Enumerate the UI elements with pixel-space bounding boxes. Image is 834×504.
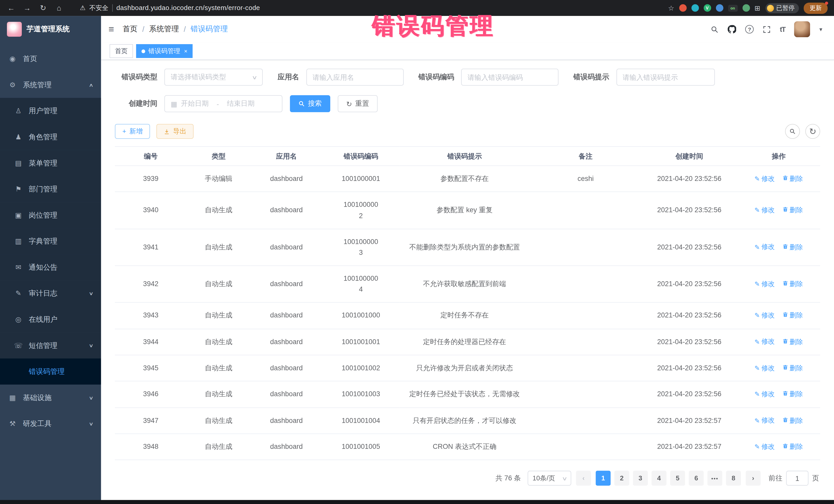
delete-link[interactable]: 删除: [782, 242, 803, 253]
extension-on-icon[interactable]: on: [728, 5, 738, 12]
search-icon[interactable]: [711, 25, 719, 33]
tab-error-code[interactable]: 错误码管理 ×: [136, 44, 193, 58]
sidebar-item-label: 审计日志: [29, 288, 58, 298]
extension-icon[interactable]: V: [703, 4, 711, 12]
trash-icon: [782, 205, 788, 216]
pager-page-5[interactable]: 5: [670, 471, 685, 486]
edit-link[interactable]: ✎修改: [754, 363, 775, 373]
sidebar-item-sms[interactable]: ☏短信管理∨: [0, 332, 101, 358]
edit-link[interactable]: ✎修改: [754, 415, 775, 426]
delete-link[interactable]: 删除: [782, 442, 803, 453]
pager-page-3[interactable]: 3: [633, 471, 648, 486]
help-icon[interactable]: ?: [745, 25, 754, 34]
caret-down-icon[interactable]: ▾: [819, 26, 822, 33]
pager-page-8[interactable]: 8: [726, 471, 741, 486]
sidebar-item-dept[interactable]: ⚑部门管理: [0, 176, 101, 202]
date-range-picker[interactable]: ▦ 开始日期 - 结束日期: [164, 95, 282, 112]
reload-icon[interactable]: ↻: [38, 4, 48, 12]
delete-link[interactable]: 删除: [782, 279, 803, 289]
export-button[interactable]: 导出: [156, 124, 194, 139]
bookmark-star-icon[interactable]: ☆: [668, 4, 674, 12]
roles-icon: ♟: [14, 133, 23, 141]
edit-link[interactable]: ✎修改: [754, 442, 775, 452]
update-button[interactable]: 更新: [804, 2, 828, 14]
home-icon[interactable]: ⌂: [54, 4, 64, 12]
sidebar-item-online[interactable]: ◎在线用户: [0, 306, 101, 333]
edit-link[interactable]: ✎修改: [754, 337, 775, 347]
extension-icon[interactable]: [679, 4, 686, 12]
page-size-select[interactable]: 10条/页 ∨: [528, 471, 571, 486]
cell-code: 1001000004: [322, 266, 399, 303]
column-header: 编号: [115, 147, 187, 166]
cell-code: 1001001005: [322, 434, 399, 460]
user-avatar[interactable]: [794, 21, 810, 37]
extension-icon[interactable]: [742, 4, 750, 12]
delete-link[interactable]: 删除: [782, 364, 803, 374]
show-search-button[interactable]: [785, 124, 800, 139]
hint-input[interactable]: [622, 73, 708, 81]
hamburger-icon[interactable]: ≡: [109, 24, 114, 35]
goto-page-input[interactable]: [786, 471, 808, 486]
sidebar-item-user[interactable]: ♙用户管理: [0, 98, 101, 124]
close-icon[interactable]: ×: [184, 48, 187, 54]
delete-link[interactable]: 删除: [782, 205, 803, 216]
reset-button[interactable]: ↻ 重置: [338, 95, 377, 112]
breadcrumb-item[interactable]: 系统管理: [149, 24, 179, 34]
refresh-button[interactable]: ↻: [805, 124, 820, 139]
sidebar-item-notice[interactable]: ✉通知公告: [0, 254, 101, 281]
delete-link[interactable]: 删除: [782, 174, 803, 184]
pager-page-1[interactable]: 1: [596, 471, 611, 486]
paused-badge[interactable]: 已暂停: [765, 3, 799, 13]
next-page-button[interactable]: ›: [746, 471, 761, 486]
prev-page-button[interactable]: ‹: [576, 471, 591, 486]
tab-home[interactable]: 首页: [110, 44, 133, 58]
sidebar-item-role[interactable]: ♟角色管理: [0, 124, 101, 150]
forward-icon[interactable]: →: [22, 4, 32, 12]
goto-page: 前往 页: [769, 471, 819, 486]
breadcrumb-item[interactable]: 首页: [123, 24, 137, 34]
breadcrumb-item: 错误码管理: [191, 24, 228, 34]
pager-page-2[interactable]: 2: [614, 471, 629, 486]
sidebar-item-errorcode[interactable]: 错误码管理: [0, 358, 101, 385]
code-input[interactable]: [467, 73, 552, 81]
sidebar-item-audit[interactable]: ✎审计日志∨: [0, 280, 101, 306]
pager-more-button[interactable]: •••: [707, 471, 722, 486]
github-icon[interactable]: [728, 25, 736, 34]
extensions-puzzle-icon[interactable]: ⊞: [754, 4, 760, 12]
pager-page-6[interactable]: 6: [689, 471, 704, 486]
sidebar-item-tools[interactable]: ⚒研发工具∨: [0, 411, 101, 437]
logo[interactable]: 芋道管理系统: [0, 16, 101, 43]
chrome-toolbar: ☆ V on ⊞ 已暂停 更新: [668, 2, 828, 14]
edit-link[interactable]: ✎修改: [754, 279, 775, 289]
sidebar-item-home[interactable]: ◉首页: [0, 46, 101, 72]
back-icon[interactable]: ←: [6, 4, 16, 12]
delete-link[interactable]: 删除: [782, 337, 803, 347]
fullscreen-icon[interactable]: [763, 25, 771, 33]
delete-link[interactable]: 删除: [782, 416, 803, 426]
sidebar-item-infra[interactable]: ▦基础设施∨: [0, 385, 101, 411]
cell-type: 自动生成: [187, 329, 251, 355]
pager-page-4[interactable]: 4: [652, 471, 666, 486]
delete-link[interactable]: 删除: [782, 311, 803, 321]
sidebar-item-system[interactable]: ⚙系统管理∧: [0, 72, 101, 98]
trash-icon: [782, 279, 788, 289]
cell-type: 自动生成: [187, 192, 251, 229]
edit-link[interactable]: ✎修改: [754, 205, 775, 216]
sidebar-item-post[interactable]: ▣岗位管理: [0, 202, 101, 228]
edit-link[interactable]: ✎修改: [754, 389, 775, 399]
search-button[interactable]: 搜索: [290, 95, 331, 112]
extension-icon[interactable]: [716, 4, 723, 12]
sidebar-item-menu[interactable]: ▤菜单管理: [0, 150, 101, 176]
sidebar-item-dict[interactable]: ▥字典管理: [0, 228, 101, 254]
edit-link[interactable]: ✎修改: [754, 310, 775, 321]
app-input[interactable]: [312, 73, 397, 81]
type-select[interactable]: 请选择错误码类型 ∨: [164, 68, 263, 85]
add-button[interactable]: + 新增: [115, 124, 150, 139]
edit-link[interactable]: ✎修改: [754, 242, 775, 253]
font-size-icon[interactable]: tT: [780, 25, 785, 33]
edit-link[interactable]: ✎修改: [754, 174, 775, 184]
delete-link[interactable]: 删除: [782, 390, 803, 400]
address-bar[interactable]: ⚠ 不安全 dashboard.yudao.iocoder.cn/system/…: [80, 3, 260, 12]
extension-icon[interactable]: [691, 4, 699, 12]
cell-actions: ✎修改删除: [737, 408, 820, 434]
